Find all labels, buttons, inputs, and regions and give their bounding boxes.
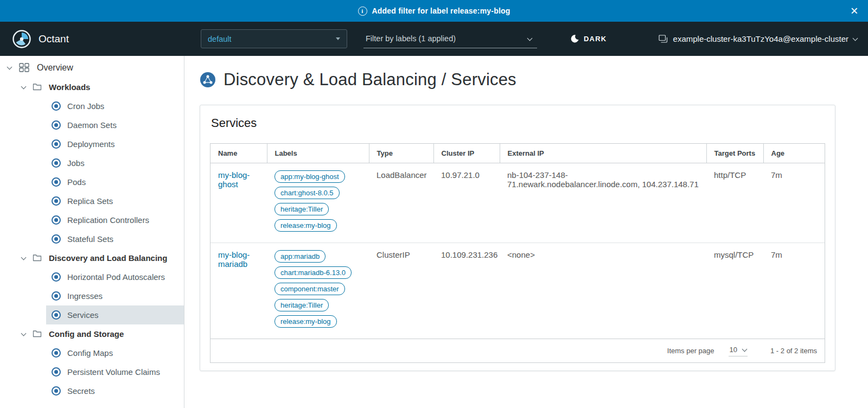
label-pill[interactable]: app:my-blog-ghost (275, 170, 345, 183)
dark-mode-toggle[interactable]: DARK (571, 35, 607, 43)
pagination-range: 1 - 2 of 2 items (770, 347, 817, 355)
sidebar-section-workloads[interactable]: Workloads (0, 78, 184, 97)
sidebar-item-label: Services (67, 310, 99, 320)
layout: OverviewWorkloadsCron JobsDaemon SetsDep… (0, 56, 868, 408)
close-icon[interactable]: × (851, 4, 858, 17)
sidebar-item-ingresses[interactable]: Ingresses (46, 286, 184, 305)
label-pill[interactable]: component:master (275, 283, 345, 295)
services-datagrid: NameLabelsTypeCluster IPExternal IPTarge… (210, 143, 825, 363)
sidebar-item-pods[interactable]: Pods (46, 173, 184, 192)
datagrid-footer: Items per page 10 1 - 2 of 2 items (210, 339, 825, 362)
sidebar-item-cron-jobs[interactable]: Cron Jobs (46, 97, 184, 116)
namespace-select[interactable]: default (201, 29, 347, 48)
label-pill[interactable]: chart:mariadb-6.13.0 (275, 266, 352, 279)
service-name-link[interactable]: my-blog-mariadb (218, 250, 250, 269)
secrets-icon (52, 386, 61, 396)
sidebar-item-horizontal-pod-autoscalers[interactable]: Horizontal Pod Autoscalers (46, 267, 184, 286)
config-maps-icon (52, 348, 61, 358)
folder-icon (33, 254, 42, 262)
octant-logo-icon (12, 29, 31, 49)
column-header: Type (369, 144, 433, 163)
sidebar-item-daemon-sets[interactable]: Daemon Sets (46, 116, 184, 135)
sidebar-section-config-and-storage[interactable]: Config and Storage (0, 324, 184, 343)
main-content: Discovery & Load Balancing / Services Se… (184, 56, 868, 408)
table-row: my-blog-mariadbapp:mariadbchart:mariadb-… (210, 243, 825, 339)
column-header: Name (210, 144, 267, 163)
items-per-page-label: Items per page (667, 347, 714, 355)
services-card: Services NameLabelsTypeCluster IPExterna… (200, 105, 835, 371)
daemon-sets-icon (52, 120, 61, 130)
sidebar-item-label: Ingresses (67, 291, 103, 301)
external-ip-cell: nb-104-237-148-71.newark.nodebalancer.li… (500, 163, 706, 243)
cluster-ip-cell: 10.109.231.236 (433, 243, 500, 339)
deployments-icon (52, 139, 61, 149)
info-icon: i (358, 7, 367, 16)
sidebar-item-replica-sets[interactable]: Replica Sets (46, 192, 184, 211)
notification-message: Added filter for label release:my-blog (372, 7, 510, 15)
sidebar-item-stateful-sets[interactable]: Stateful Sets (46, 229, 184, 248)
replica-sets-icon (52, 196, 61, 206)
label-pill[interactable]: chart:ghost-8.0.5 (275, 187, 340, 199)
target-ports-cell: http/TCP (706, 163, 763, 243)
table-row: my-blog-ghostapp:my-blog-ghostchart:ghos… (210, 163, 825, 243)
sidebar-item-label: Horizontal Pod Autoscalers (67, 272, 165, 282)
cluster-selector[interactable]: example-cluster-ka3TuTzYo4a@example-clus… (659, 34, 857, 43)
app-name: Octant (39, 33, 69, 45)
services-icon (52, 310, 61, 320)
cluster-name: example-cluster-ka3TuTzYo4a@example-clus… (673, 34, 848, 43)
sidebar-item-label: Cron Jobs (67, 101, 104, 111)
folder-icon (33, 330, 42, 338)
sidebar-section-label: Config and Storage (49, 329, 124, 339)
sidebar-item-label: Jobs (67, 158, 85, 168)
sidebar-item-label: Daemon Sets (67, 120, 117, 130)
sidebar-item-replication-controllers[interactable]: Replication Controllers (46, 211, 184, 229)
chevron-down-icon[interactable] (21, 255, 27, 260)
column-header: Cluster IP (433, 144, 500, 163)
notification-bar: i Added filter for label release:my-blog… (0, 0, 868, 22)
service-name-link[interactable]: my-blog-ghost (218, 170, 250, 189)
label-pill[interactable]: heritage:Tiller (275, 203, 329, 215)
sidebar-item-label: Overview (37, 63, 73, 73)
chevron-down-icon (853, 36, 858, 41)
sidebar-item-secrets[interactable]: Secrets (46, 381, 184, 400)
folder-icon (33, 83, 42, 91)
page-title: Discovery & Load Balancing / Services (200, 70, 835, 90)
sidebar-item-persistent-volume-claims[interactable]: Persistent Volume Claims (46, 362, 184, 381)
chevron-down-icon (742, 347, 748, 352)
ingresses-icon (52, 291, 61, 301)
label-pill[interactable]: app:mariadb (275, 250, 326, 263)
labels-cell: app:mariadbchart:mariadb-6.13.0component… (267, 243, 369, 339)
name-cell: my-blog-ghost (210, 163, 267, 243)
type-cell: ClusterIP (369, 243, 433, 339)
label-pill[interactable]: release:my-blog (275, 219, 337, 232)
label-filter-value: Filter by labels (1 applied) (366, 34, 456, 43)
items-per-page-select[interactable]: 10 (729, 345, 748, 356)
sidebar-item-label: Replication Controllers (67, 215, 149, 225)
chevron-down-icon[interactable] (21, 84, 27, 90)
brand: Octant (0, 29, 184, 49)
cluster-ip-cell: 10.97.21.0 (433, 163, 500, 243)
column-header: Target Ports (706, 144, 763, 163)
sidebar-section-discovery-and-load-balancing[interactable]: Discovery and Load Balancing (0, 248, 184, 267)
sidebar-item-jobs[interactable]: Jobs (46, 154, 184, 173)
sidebar-item-label: Pods (67, 177, 86, 187)
label-filter-select[interactable]: Filter by labels (1 applied) (363, 29, 537, 48)
stateful-sets-icon (52, 234, 61, 244)
sidebar-item-services[interactable]: Services (46, 305, 184, 324)
label-pill[interactable]: heritage:Tiller (275, 299, 329, 311)
namespace-value: default (208, 35, 232, 43)
sidebar-item-label: Deployments (67, 139, 115, 149)
sidebar-item-overview[interactable]: Overview (0, 58, 184, 78)
sidebar-item-label: Stateful Sets (67, 234, 113, 244)
jobs-icon (52, 158, 61, 168)
sidebar-section-label: Discovery and Load Balancing (49, 253, 167, 263)
chevron-down-icon[interactable] (21, 331, 27, 336)
sidebar-item-config-maps[interactable]: Config Maps (46, 343, 184, 362)
target-ports-cell: mysql/TCP (706, 243, 763, 339)
chevron-down-icon[interactable] (7, 65, 12, 70)
sidebar-section-label: Workloads (49, 82, 90, 92)
name-cell: my-blog-mariadb (210, 243, 267, 339)
label-pill[interactable]: release:my-blog (275, 315, 337, 328)
card-title: Services (211, 116, 825, 130)
sidebar-item-deployments[interactable]: Deployments (46, 135, 184, 154)
